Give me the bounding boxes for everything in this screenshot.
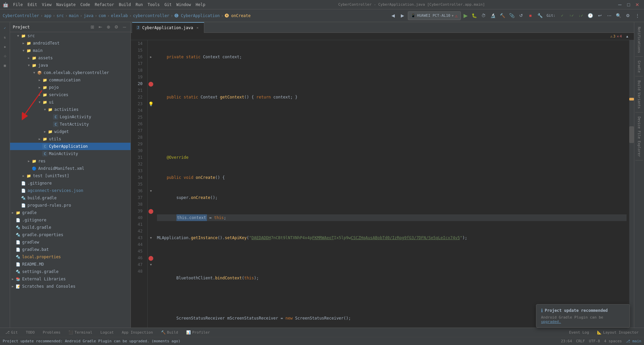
tree-item-widget[interactable]: ▶ 📁 widget [10,128,130,135]
device-selector[interactable]: 📱 HUAWEI PCT-AL10 ▼ ⚠ [408,11,461,20]
sidebar-icon-commit[interactable]: ✓ [1,23,9,32]
code-content[interactable]: private static Context context; public s… [154,40,629,328]
menu-edit[interactable]: Edit [25,2,39,8]
tree-item-settingsgradle[interactable]: ▶ 🔩 settings.gradle [10,268,130,275]
tree-item-readme[interactable]: ▶ 📄 README.MD [10,261,130,268]
tree-item-ui[interactable]: ▼ 📁 ui [10,98,130,106]
breadcrumb-main[interactable]: main [69,13,78,18]
panel-minimize-button[interactable]: ─ [121,24,128,30]
build-button[interactable]: 🔨 [498,12,506,20]
tree-item-package[interactable]: ▼ 📦 com.elexlab.cybercontroller [10,69,130,76]
right-panel-notifications[interactable]: Notifications [635,23,643,57]
panel-layout-button[interactable]: ⊞ [89,24,96,30]
panel-collapse-all-button[interactable]: ⇤ [97,24,104,30]
status-encoding[interactable]: CRLF [576,339,585,343]
tree-item-src[interactable]: ▼ 📁 src [10,32,130,40]
tree-item-mainactivity[interactable]: ▶ C MainActivity [10,150,130,157]
breadcrumb-cybercontroller[interactable]: cybercontroller [133,13,169,18]
tree-item-res[interactable]: ▶ 📁 res [10,157,130,165]
tree-item-gradlewbat[interactable]: ▶ 📄 gradlew.bat [10,246,130,253]
breadcrumb-class[interactable]: 🅒 CyberApplication [174,13,220,18]
sidebar-icon-build-variants[interactable]: ▦ [1,61,9,70]
run-button[interactable]: ▶ [462,12,469,19]
tree-item-activities[interactable]: ▼ 📁 activities [10,106,130,113]
breadcrumb-com[interactable]: com [99,13,106,18]
tree-item-androidmanifest[interactable]: ▶ 🔵 AndroidManifest.xml [10,165,130,172]
tree-item-localprops[interactable]: ▶ 🔩 local.properties [10,253,130,261]
right-scrollbar[interactable] [629,40,634,328]
tree-item-loginactivity[interactable]: ▶ C LoginActivity [10,113,130,121]
bottom-tab-build[interactable]: 🔨 Build [158,330,181,335]
tree-item-communication[interactable]: ▶ 📁 communication [10,76,130,84]
bottom-tab-problems[interactable]: Problems [40,330,63,335]
menu-navigate[interactable]: Navigate [54,2,78,8]
panel-settings-button[interactable]: ⚙ [113,24,120,30]
tree-item-proguard[interactable]: ▶ 📄 proguard-rules.pro [10,202,130,209]
breadcrumb-src[interactable]: src [57,13,64,18]
status-indent[interactable]: 4 spaces [604,339,622,343]
menu-help[interactable]: Help [194,2,207,8]
sidebar-icon-pull-requests[interactable]: ⇅ [1,33,9,42]
bottom-tab-layout-inspector[interactable]: 📐 Layout Inspector [594,330,641,335]
git-history-button[interactable]: 🕐 [586,12,594,20]
forward-button[interactable]: ▶ [398,12,407,20]
menu-view[interactable]: View [40,2,54,8]
menu-file[interactable]: File [11,2,25,8]
git-undo-button[interactable]: ↩ [596,12,604,20]
bottom-tab-logcat[interactable]: Logcat [98,330,116,335]
tree-item-gitignore1[interactable]: ▶ 📄 .gitignore [10,180,130,187]
tree-item-java[interactable]: ▼ 📁 java [10,62,130,69]
status-branch[interactable]: ⎇ main [626,339,641,343]
menu-run[interactable]: Run [133,2,145,8]
right-panel-gradle[interactable]: Gradle [635,57,643,76]
tree-item-gradleprops[interactable]: ▶ 🔩 gradle.properties [10,231,130,238]
status-charset[interactable]: UTF-8 [589,339,600,343]
tree-item-scratches[interactable]: ▶ 📝 Scratches and Consoles [10,283,130,290]
bottom-tab-todo[interactable]: TODO [23,330,38,335]
coverage-button[interactable]: 🔬 [489,12,497,20]
breadcrumb-app[interactable]: app [44,13,52,18]
debug-button[interactable]: 🐛 [470,12,478,20]
tree-item-test[interactable]: ▶ 📁 test [unitTest] [10,172,130,180]
menu-tools[interactable]: Tools [146,2,162,8]
tree-item-buildgradle-app[interactable]: ▶ 🔩 build.gradle [10,194,130,202]
right-panel-device-file[interactable]: Device File Explorer [635,113,643,160]
more-button[interactable]: ⋮ [633,12,641,20]
tab-close-cyberapplication[interactable]: ✕ [195,25,200,30]
sdk-manager-button[interactable]: 🔧 [536,12,544,20]
bulb-icon-23[interactable]: 💡 [148,101,154,107]
tree-item-buildgradle-root[interactable]: ▶ 🔩 build.gradle [10,224,130,231]
tree-item-testactivity[interactable]: ▶ C TestActivity [10,121,130,128]
sidebar-icon-bookmarks[interactable]: ⊹ [1,52,9,60]
maximize-button[interactable]: □ [625,1,633,9]
menu-window[interactable]: Window [174,2,193,8]
bottom-tab-app-inspection[interactable]: App Inspection [119,330,156,335]
warnings-expand-button[interactable]: ▲ [623,32,631,41]
breadcrumb-method[interactable]: 🅜 onCreate [225,13,251,18]
panel-sync-button[interactable]: ⊕ [105,24,112,30]
git-fetch-button[interactable]: ↓✓ [577,12,585,20]
tree-item-androidtest[interactable]: ▶ 📁 androidTest [10,40,130,47]
tree-item-gitignore2[interactable]: ▶ 📄 .gitignore [10,216,130,224]
menu-git[interactable]: Git [162,2,174,8]
tree-item-pojo[interactable]: ▶ 📁 pojo [10,84,130,91]
status-time[interactable]: 23:64 [561,339,572,343]
bottom-tab-event-log[interactable]: Event Log [566,330,592,335]
back-button[interactable]: ◀ [389,12,397,20]
git-more-button[interactable]: ⋯ [605,12,613,20]
tree-item-main[interactable]: ▼ 📁 main [10,47,130,54]
tree-item-cyberapplication[interactable]: ▶ C CyberApplication [10,143,130,150]
breadcrumb-project[interactable]: CyberController [3,13,39,18]
tree-item-services[interactable]: ▶ 📁 services [10,91,130,98]
breadcrumb-java[interactable]: java [84,13,94,18]
git-commit-button[interactable]: ✓ [558,12,566,20]
tree-item-gradle[interactable]: ▶ 📁 gradle [10,209,130,216]
git-push-button[interactable]: ↑✓ [568,12,576,20]
sync-button[interactable]: ↺ [517,12,525,20]
tree-item-assets[interactable]: ▶ 📁 assets [10,54,130,62]
tree-item-utils[interactable]: ▶ 📁 utils [10,135,130,143]
tree-item-agconnect[interactable]: ▶ 📄 agconnect-services.json [10,187,130,194]
tree-item-extlibs[interactable]: ▶ 📚 External Libraries [10,275,130,283]
menu-refactor[interactable]: Refactor [93,2,116,8]
bottom-tab-terminal[interactable]: ⬛ Terminal [66,330,95,335]
